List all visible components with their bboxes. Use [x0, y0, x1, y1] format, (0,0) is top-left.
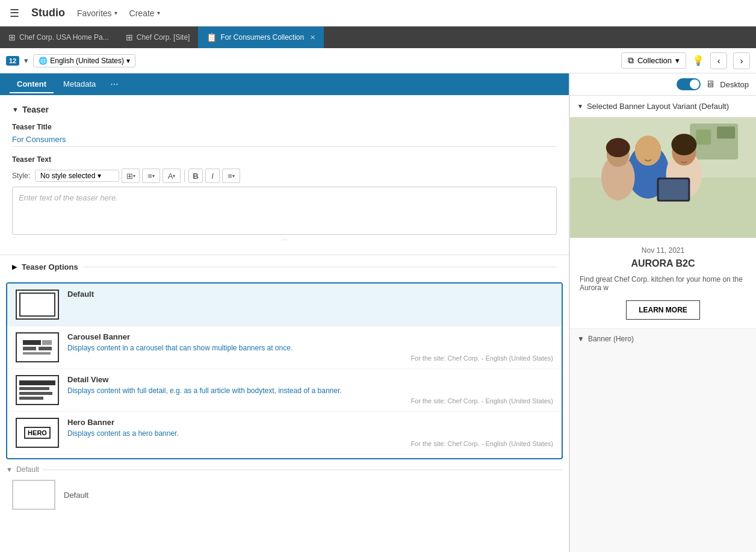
italic-button[interactable]: I: [205, 169, 220, 183]
right-section-header: ▼ Selected Banner Layout Variant (Defaul…: [570, 96, 756, 117]
tab-label-collection: For Consumers Collection: [220, 33, 304, 42]
top-nav: ☰ Studio Favorites ▾ Create ▾: [0, 0, 756, 26]
tab-metadata[interactable]: Metadata: [56, 76, 103, 93]
tab-chef-site[interactable]: ⊞ Chef Corp. [Site]: [117, 26, 199, 48]
teaser-options-label: Teaser Options: [22, 262, 78, 271]
content-area: Content Metadata ··· ▼ Teaser Teaser Tit…: [0, 73, 756, 552]
svg-rect-4: [717, 126, 735, 138]
rich-text-toolbar: Style: No style selected ▾ ⊞▾ ≡▾ A▾ B I …: [12, 169, 557, 183]
hamburger-icon[interactable]: ☰: [10, 7, 19, 20]
item-title-detail: Detail View: [67, 375, 553, 384]
collection-icon: ⧉: [628, 55, 634, 66]
style-label: Style:: [12, 172, 30, 180]
collection-button[interactable]: ⧉ Collection ▾: [621, 52, 686, 69]
tab-icon-site: ⊞: [126, 33, 133, 42]
thumb-detail: [16, 375, 59, 405]
teaser-text-label: Teaser Text: [12, 155, 557, 164]
dropdown-item-carousel[interactable]: Carousel Banner Displays content in a ca…: [7, 326, 562, 369]
format-text-size-button[interactable]: A▾: [163, 169, 181, 183]
right-section-chevron-icon[interactable]: ▼: [577, 103, 583, 110]
bottom-default-header: ▼ Default: [0, 463, 569, 475]
teaser-text-input[interactable]: Enter text of the teaser here.: [12, 187, 557, 235]
format-list-button[interactable]: ≡▾: [142, 169, 160, 183]
studio-logo: Studio: [31, 7, 65, 19]
item-desc-carousel: Displays content in a carousel that can …: [67, 344, 553, 352]
tab-content[interactable]: Content: [10, 76, 54, 93]
teaser-section-title: Teaser: [22, 105, 49, 114]
preview-learn-more-button[interactable]: LEARN MORE: [626, 300, 700, 320]
nav-forward-button[interactable]: ›: [733, 52, 750, 69]
dropdown-info-default: Default: [67, 290, 553, 301]
format-block-button[interactable]: ⊞▾: [122, 169, 140, 183]
item-desc-detail: Displays content with full detail, e.g. …: [67, 386, 553, 395]
teaser-title-value[interactable]: For Consumers: [12, 135, 557, 144]
dropdown-item-landscape[interactable]: Landscape Banner Displays content in lan…: [7, 454, 562, 458]
desktop-toggle[interactable]: [677, 78, 701, 90]
sub-tabs: Content Metadata ···: [0, 73, 569, 95]
lang-chevron-icon: ▾: [126, 57, 130, 65]
teaser-title-divider: [12, 146, 557, 147]
preview-image-svg: [570, 117, 756, 238]
create-chevron-icon: ▾: [157, 10, 160, 16]
toolbar-left: 12 ▾ 🌐 English (United States) ▾: [6, 54, 615, 67]
dropdown-item-hero[interactable]: HERO Hero Banner Displays content as a h…: [7, 412, 562, 454]
dropdown-scroll-area[interactable]: Default: [7, 284, 562, 458]
teaser-options-row: ▶ Teaser Options: [0, 255, 569, 279]
collection-label: Collection: [637, 56, 672, 65]
tab-chef-home[interactable]: ⊞ Chef Corp. USA Home Pa...: [0, 26, 117, 48]
teaser-text-placeholder: Enter text of the teaser here.: [19, 193, 118, 202]
tab-icon-home: ⊞: [8, 33, 16, 42]
toolbar-divider: [184, 170, 185, 182]
svg-point-12: [606, 138, 630, 157]
toolbar: 12 ▾ 🌐 English (United States) ▾ ⧉ Colle…: [0, 48, 756, 73]
teaser-options-expand-icon[interactable]: ▶: [12, 263, 17, 271]
dropdown-info-detail: Detail View Displays content with full d…: [67, 375, 553, 405]
preview-date: Nov 11, 2021: [580, 246, 746, 255]
svg-rect-14: [659, 179, 689, 200]
create-nav[interactable]: Create ▾: [129, 8, 160, 18]
bottom-chevron-icon[interactable]: ▼: [6, 466, 13, 473]
thumb-hero: HERO: [16, 418, 59, 448]
svg-rect-3: [696, 129, 711, 144]
teaser-collapse-icon[interactable]: ▼: [12, 106, 19, 113]
text-area-resize-handle[interactable]: ⋯: [12, 235, 557, 245]
tab-label-site: Chef Corp. [Site]: [137, 33, 190, 42]
preview-image: [570, 117, 756, 238]
right-footer: ▼ Banner (Hero): [570, 328, 756, 349]
item-title-hero: Hero Banner: [67, 418, 553, 427]
dropdown-item-default[interactable]: Default: [7, 284, 562, 326]
dropdown-info-hero: Hero Banner Displays content as a hero b…: [67, 418, 553, 447]
tab-consumers-collection[interactable]: 📋 For Consumers Collection ✕: [198, 26, 324, 48]
teaser-options-divider: [83, 267, 557, 267]
favorites-nav[interactable]: Favorites ▾: [77, 8, 117, 18]
item-title-default: Default: [67, 290, 553, 299]
right-footer-chevron-icon[interactable]: ▼: [577, 335, 584, 343]
toolbar-right: ⧉ Collection ▾ 💡 ‹ ›: [621, 52, 750, 69]
form-area: ▼ Teaser Teaser Title For Consumers Teas…: [0, 95, 569, 255]
version-dropdown-icon[interactable]: ▾: [24, 56, 28, 65]
dropdown-item-detail[interactable]: Detail View Displays content with full d…: [7, 369, 562, 412]
item-desc-hero: Displays content as a hero banner.: [67, 429, 553, 438]
tab-close-icon[interactable]: ✕: [310, 34, 315, 42]
svg-point-9: [671, 134, 696, 155]
tab-bar: ⊞ Chef Corp. USA Home Pa... ⊞ Chef Corp.…: [0, 26, 756, 48]
style-dropdown[interactable]: No style selected ▾: [35, 170, 119, 182]
tab-icon-collection: 📋: [206, 33, 217, 42]
bulb-icon[interactable]: 💡: [692, 55, 704, 66]
version-badge: 12: [6, 56, 19, 66]
more-options-icon[interactable]: ···: [110, 79, 118, 90]
style-dropdown-chevron-icon: ▾: [98, 172, 101, 180]
bottom-divider: [43, 470, 563, 470]
bottom-default-row[interactable]: Default: [0, 475, 569, 515]
preview-text: Find great Chef Corp. kitchen for your h…: [580, 275, 746, 292]
create-label: Create: [129, 8, 155, 18]
item-site-carousel: For the site: Chef Corp. - English (Unit…: [67, 355, 553, 362]
teaser-section-header: ▼ Teaser: [12, 105, 557, 114]
bold-button[interactable]: B: [188, 169, 203, 183]
language-selector[interactable]: 🌐 English (United States) ▾: [33, 54, 135, 67]
globe-icon: 🌐: [39, 57, 48, 65]
right-footer-title: Banner (Hero): [588, 335, 634, 343]
nav-back-button[interactable]: ‹: [710, 52, 727, 69]
left-panel: Content Metadata ··· ▼ Teaser Teaser Tit…: [0, 73, 569, 552]
align-button[interactable]: ≡▾: [222, 169, 240, 183]
